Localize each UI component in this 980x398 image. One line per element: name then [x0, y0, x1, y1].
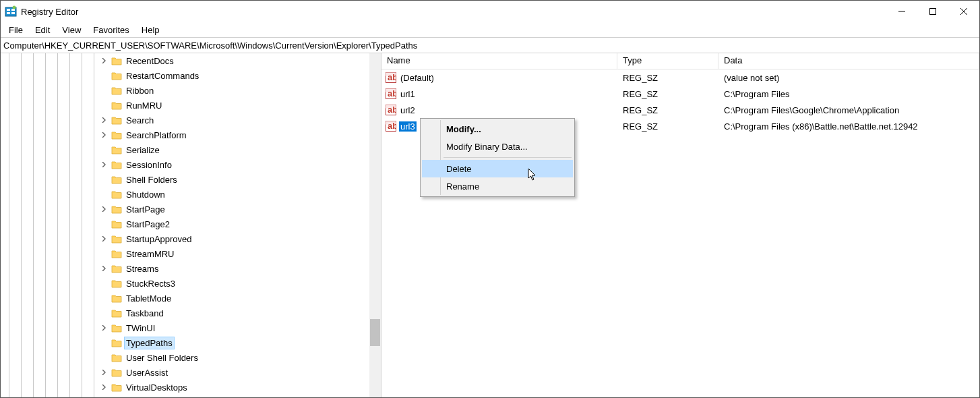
chevron-right-icon[interactable] — [99, 56, 109, 65]
ctx-rename[interactable]: Rename — [422, 177, 573, 195]
col-header-data[interactable]: Data — [718, 53, 979, 69]
chevron-right-icon[interactable] — [99, 264, 109, 273]
tree-item-label: Search — [125, 115, 155, 126]
folder-icon — [111, 279, 122, 288]
tree-item-twinui[interactable]: TWinUI — [1, 320, 369, 335]
folder-icon — [111, 145, 122, 154]
tree-item-label: SessionInfo — [125, 159, 173, 171]
chevron-right-icon[interactable] — [99, 234, 109, 244]
col-header-type[interactable]: Type — [617, 53, 718, 69]
value-row[interactable]: aburl1REG_SZC:\Program Files — [381, 86, 979, 102]
menu-help[interactable]: Help — [136, 24, 165, 36]
menu-bar: File Edit View Favorites Help — [1, 22, 979, 37]
col-header-name[interactable]: Name — [381, 53, 617, 69]
folder-icon — [111, 160, 122, 169]
tree-item-label: RestartCommands — [125, 70, 200, 82]
value-name: (Default) — [399, 73, 435, 83]
value-row[interactable]: ab(Default)REG_SZ(value not set) — [381, 69, 979, 86]
tree-item-restartcommands[interactable]: RestartCommands — [1, 68, 369, 83]
tree-item-startupapproved[interactable]: StartupApproved — [1, 231, 369, 246]
svg-rect-2 — [7, 9, 10, 11]
tree-item-runmru[interactable]: RunMRU — [1, 98, 369, 113]
tree-item-tabletmode[interactable]: TabletMode — [1, 291, 369, 306]
menu-file[interactable]: File — [3, 24, 28, 36]
chevron-right-icon[interactable] — [99, 204, 109, 214]
value-type: REG_SZ — [617, 89, 718, 99]
tree-item-streams[interactable]: Streams — [1, 261, 369, 276]
tree-item-label: StuckRects3 — [125, 278, 177, 289]
folder-icon — [111, 323, 122, 333]
tree-item-sessioninfo[interactable]: SessionInfo — [1, 157, 369, 172]
menu-edit[interactable]: Edit — [30, 24, 55, 36]
value-data: C:\Program Files — [718, 89, 979, 99]
tree-item-label: Ribbon — [125, 85, 155, 96]
tree-item-label: UserAssist — [125, 367, 169, 378]
tree-item-recentdocs[interactable]: RecentDocs — [1, 53, 369, 68]
tree-item-taskband[interactable]: Taskband — [1, 306, 369, 320]
folder-icon — [111, 130, 122, 140]
ctx-separator — [443, 157, 572, 158]
tree-item-serialize[interactable]: Serialize — [1, 142, 369, 157]
value-type: REG_SZ — [617, 73, 718, 83]
tree-item-userassist[interactable]: UserAssist — [1, 365, 369, 380]
title-bar: Registry Editor — [1, 1, 979, 22]
tree-items: RecentDocsRestartCommandsRibbonRunMRUSea… — [1, 53, 369, 395]
tree-item-label: StartupApproved — [125, 233, 193, 245]
tree-item-shutdown[interactable]: Shutdown — [1, 187, 369, 202]
ctx-delete[interactable]: Delete — [422, 160, 573, 177]
tree-item-streammru[interactable]: StreamMRU — [1, 246, 369, 261]
value-type: REG_SZ — [617, 121, 718, 132]
folder-icon — [111, 338, 122, 347]
chevron-right-icon[interactable] — [99, 130, 109, 140]
menu-favorites[interactable]: Favorites — [88, 24, 134, 36]
tree-item-startpage[interactable]: StartPage — [1, 202, 369, 217]
value-type: REG_SZ — [617, 105, 718, 115]
tree-scrollbar-thumb[interactable] — [370, 319, 380, 346]
chevron-right-icon[interactable] — [99, 368, 109, 377]
tree-item-shell-folders[interactable]: Shell Folders — [1, 172, 369, 187]
ctx-modify[interactable]: Modify... — [422, 120, 573, 138]
tree-item-searchplatform[interactable]: SearchPlatform — [1, 127, 369, 142]
tree-item-typedpaths[interactable]: TypedPaths — [1, 335, 369, 350]
folder-icon — [111, 353, 122, 362]
chevron-right-icon[interactable] — [99, 160, 109, 169]
minimize-button[interactable] — [886, 1, 917, 22]
close-button[interactable] — [948, 1, 979, 22]
folder-icon — [111, 86, 122, 95]
window-title: Registry Editor — [21, 7, 886, 17]
menu-view[interactable]: View — [57, 24, 86, 36]
reg-sz-icon: ab — [386, 88, 396, 99]
chevron-right-icon[interactable] — [99, 323, 109, 333]
tree-item-stuckrects3[interactable]: StuckRects3 — [1, 276, 369, 291]
registry-editor-window: Registry Editor File Edit View Favorites… — [0, 0, 980, 398]
maximize-button[interactable] — [917, 1, 948, 22]
ctx-modify-binary[interactable]: Modify Binary Data... — [422, 138, 573, 155]
value-name: url1 — [399, 89, 417, 99]
folder-icon — [111, 293, 122, 303]
svg-text:ab: ab — [388, 121, 396, 131]
svg-text:ab: ab — [388, 72, 396, 82]
address-bar[interactable]: Computer\HKEY_CURRENT_USER\SOFTWARE\Micr… — [1, 37, 979, 53]
value-data: (value not set) — [718, 73, 979, 83]
folder-icon — [111, 204, 122, 214]
svg-text:ab: ab — [388, 88, 396, 98]
tree-item-startpage2[interactable]: StartPage2 — [1, 217, 369, 231]
regedit-app-icon — [5, 5, 17, 18]
value-name: url2 — [399, 105, 417, 115]
value-row[interactable]: aburl2REG_SZC:\Program Files\Google\Chro… — [381, 102, 979, 118]
tree-item-label: VirtualDesktops — [125, 382, 189, 393]
tree-item-virtualdesktops[interactable]: VirtualDesktops — [1, 380, 369, 395]
tree-item-search[interactable]: Search — [1, 113, 369, 127]
folder-icon — [111, 56, 122, 65]
folder-icon — [111, 382, 122, 392]
tree-scrollbar[interactable] — [369, 53, 381, 397]
tree-item-label: SearchPlatform — [125, 130, 188, 141]
tree-item-label: User Shell Folders — [125, 352, 200, 364]
value-name: url3 — [399, 121, 417, 132]
chevron-right-icon[interactable] — [99, 382, 109, 392]
main-split: RecentDocsRestartCommandsRibbonRunMRUSea… — [1, 53, 979, 397]
tree-item-ribbon[interactable]: Ribbon — [1, 83, 369, 98]
tree-item-label: TabletMode — [125, 293, 173, 304]
tree-item-user-shell-folders[interactable]: User Shell Folders — [1, 350, 369, 365]
chevron-right-icon[interactable] — [99, 115, 109, 125]
